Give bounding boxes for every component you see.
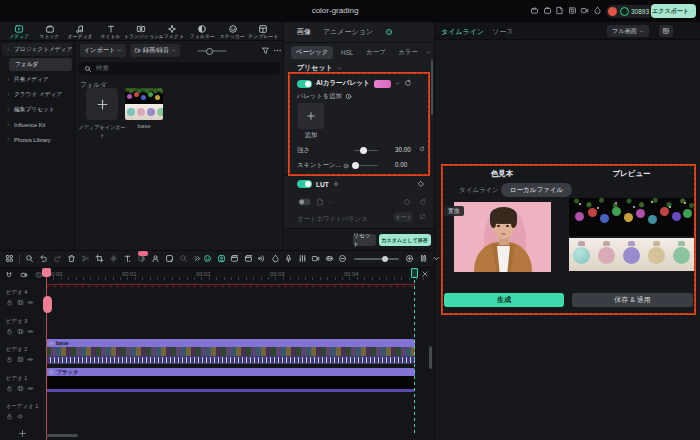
lock-icon[interactable]: [6, 385, 13, 392]
film-icon[interactable]: [17, 328, 24, 335]
feedback-icon[interactable]: [555, 6, 564, 15]
skin-slider[interactable]: [354, 165, 378, 167]
sidebar-item-3[interactable]: 共有メディア: [2, 73, 72, 86]
palette-swatch[interactable]: [374, 80, 391, 88]
lut-toggle[interactable]: [297, 180, 312, 188]
plugin-icon[interactable]: [543, 6, 552, 15]
thumbnail-zoom-slider[interactable]: [197, 50, 227, 52]
chevron-down-icon[interactable]: [426, 50, 431, 55]
eye-icon[interactable]: [27, 299, 34, 306]
film-icon[interactable]: [17, 356, 24, 363]
preview-toggle-icon[interactable]: [20, 271, 28, 279]
reset-section-icon[interactable]: [404, 79, 412, 87]
reset-button[interactable]: リセット: [353, 234, 376, 246]
close-icon[interactable]: [421, 270, 429, 278]
coin-badge[interactable]: 30893: [606, 5, 654, 18]
subtab-color[interactable]: カラー: [394, 46, 423, 59]
eye-icon[interactable]: [27, 356, 34, 363]
clip-black[interactable]: ブラック: [46, 368, 415, 392]
timeline-zoom-slider[interactable]: [354, 258, 399, 260]
toolbar-item-2[interactable]: ストック: [35, 24, 66, 42]
film-icon[interactable]: [17, 299, 24, 306]
expand-icon[interactable]: [419, 213, 426, 220]
split-icon[interactable]: [81, 254, 90, 263]
cover-icon[interactable]: [325, 254, 334, 263]
display-icon[interactable]: [568, 6, 577, 15]
scrollbar[interactable]: [431, 60, 433, 115]
chevron-down-icon[interactable]: [395, 81, 400, 86]
mic-icon[interactable]: [284, 254, 293, 263]
camera-icon[interactable]: [311, 254, 320, 263]
preview-tab-timeline[interactable]: タイムライン: [441, 27, 484, 37]
strength-value[interactable]: 30.00: [395, 146, 411, 153]
text-icon[interactable]: [123, 254, 132, 263]
more-tools-icon[interactable]: [193, 254, 202, 263]
toolbar-item-1[interactable]: メディア: [4, 24, 35, 42]
sidebar-item-4[interactable]: クラウド メディア: [2, 88, 72, 101]
sidebar-item-6[interactable]: Influence Kit: [2, 118, 72, 131]
subtab-curve[interactable]: カーブ: [361, 46, 390, 59]
zoom-select[interactable]: フル画面: [607, 25, 649, 37]
save-custom-button[interactable]: カスタムとして保存: [379, 234, 431, 246]
sidebar-item-5[interactable]: 編集プリセット: [2, 103, 72, 116]
toolbar-item-5[interactable]: トランジション: [126, 24, 157, 42]
generate-button[interactable]: 生成: [444, 293, 564, 307]
select-icon[interactable]: [25, 254, 34, 263]
clip-base[interactable]: base: [46, 339, 415, 364]
color-tab-icon[interactable]: [385, 28, 393, 36]
ai-portrait-icon[interactable]: [203, 254, 212, 263]
redo-icon[interactable]: [53, 254, 62, 263]
options-icon[interactable]: [432, 254, 441, 263]
media-thumbnail-base[interactable]: [125, 88, 163, 120]
replace-badge[interactable]: 置換: [444, 206, 464, 216]
toolbar-item-9[interactable]: テンプレート: [248, 24, 279, 42]
device-icon[interactable]: [530, 6, 539, 15]
speaker-icon[interactable]: [17, 413, 24, 420]
add-track-button[interactable]: [18, 429, 27, 438]
reset-strength-icon[interactable]: [419, 146, 425, 152]
chroma-key-icon[interactable]: [151, 254, 160, 263]
toolbar-item-7[interactable]: フィルター: [187, 24, 218, 42]
horizontal-scrollbar[interactable]: [46, 434, 78, 437]
mixer-icon[interactable]: [298, 254, 307, 263]
toolbox-icon[interactable]: [5, 254, 14, 263]
track-height-icon[interactable]: [419, 254, 428, 263]
marker[interactable]: [43, 296, 52, 313]
record-dropdown[interactable]: 録画/録音: [130, 44, 180, 57]
export-button[interactable]: エクスポート: [651, 4, 696, 18]
audio-wave-icon[interactable]: [257, 254, 266, 263]
keyframe-icon[interactable]: [417, 180, 425, 188]
mirror-icon[interactable]: [109, 254, 118, 263]
plus-icon[interactable]: [333, 181, 339, 187]
playhead-handle[interactable]: [42, 268, 51, 277]
lock-icon[interactable]: [6, 328, 13, 335]
toolbar-item-8[interactable]: ステッカー: [218, 24, 249, 42]
skin-value[interactable]: 0.00: [395, 161, 407, 168]
sidebar-item-1[interactable]: プロジェクトメディア: [2, 43, 72, 56]
toolbar-item-3[interactable]: オーディオ: [65, 24, 96, 42]
cloud-icon[interactable]: [593, 6, 602, 15]
tab-animation[interactable]: アニメーション: [323, 27, 373, 37]
lock-icon[interactable]: [6, 356, 13, 363]
lut-file-toggle[interactable]: [299, 199, 311, 205]
ai-palette-toggle[interactable]: [297, 80, 312, 88]
delete-icon[interactable]: [67, 254, 76, 263]
cutout-icon[interactable]: [165, 254, 174, 263]
save-apply-button[interactable]: 保存 & 適用: [572, 293, 693, 307]
smart-cutout-icon[interactable]: [217, 254, 226, 263]
strength-slider[interactable]: [354, 150, 378, 152]
import-media-tile[interactable]: [86, 88, 118, 120]
preview-tab-source[interactable]: ソース: [492, 27, 513, 37]
undo-icon[interactable]: [39, 254, 48, 263]
playhead[interactable]: [46, 268, 47, 440]
toolbar-item-6[interactable]: エフェクト: [157, 24, 188, 42]
filter-icon[interactable]: [261, 46, 270, 55]
zoom-in-icon[interactable]: [405, 254, 414, 263]
color-sample-image[interactable]: [454, 202, 551, 272]
fit-button[interactable]: [659, 25, 673, 37]
eye-icon[interactable]: [27, 328, 34, 335]
preset-section[interactable]: プリセット: [297, 63, 342, 73]
vertical-scrollbar[interactable]: [429, 346, 432, 369]
timeline-ruler[interactable]: 00:0000:0100:0200:0300:04: [0, 268, 434, 281]
search-icon[interactable]: [179, 254, 188, 263]
